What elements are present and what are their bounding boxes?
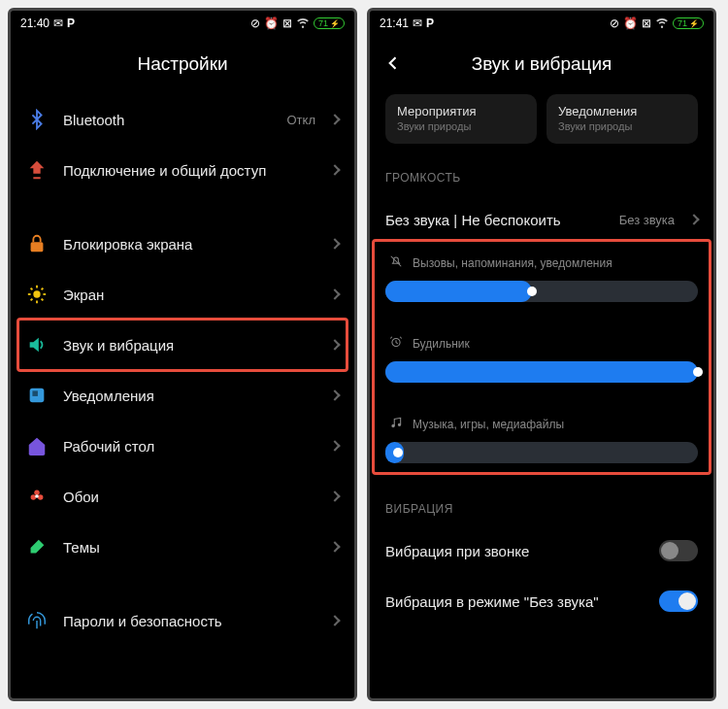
mail-icon: ✉ (53, 17, 63, 30)
svg-point-13 (31, 494, 36, 500)
volume-slider[interactable] (385, 281, 698, 302)
settings-row-speaker[interactable]: Звук и вибрация (11, 320, 354, 370)
volume-slider[interactable] (385, 442, 698, 463)
chevron-right-icon (329, 114, 340, 124)
status-bar: 21:41 ✉ P ⊘ ⏰ ⊠ 71⚡ (370, 11, 713, 36)
page-title: Звук и вибрация (370, 36, 713, 94)
chevron-right-icon (329, 490, 340, 501)
slider-thumb[interactable] (527, 287, 537, 296)
dnd-icon: ⊘ (250, 17, 260, 30)
fingerprint-icon (26, 610, 48, 631)
tile-sub: Звуки природы (558, 120, 686, 132)
flower-icon (26, 486, 48, 507)
sound-tile[interactable]: УведомленияЗвуки природы (546, 94, 698, 144)
tile-title: Мероприятия (397, 104, 525, 118)
alarm-icon: ⏰ (623, 17, 638, 30)
slider-label: Будильник (385, 329, 698, 359)
volume-slider-block: Вызовы, напоминания, уведомления (385, 245, 698, 325)
nosim-icon: ⊠ (282, 17, 292, 30)
row-label: Уведомления (63, 388, 315, 404)
mail-icon: ✉ (413, 17, 422, 30)
wifi-icon (655, 16, 669, 32)
settings-row-notification[interactable]: Уведомления (11, 370, 354, 421)
svg-line-8 (31, 299, 33, 301)
svg-rect-0 (31, 242, 44, 252)
sound-tile[interactable]: МероприятияЗвуки природы (385, 94, 537, 144)
lock-icon (26, 233, 48, 254)
settings-row-home[interactable]: Рабочий стол (11, 421, 354, 471)
svg-line-6 (31, 288, 33, 290)
volume-slider-block: Будильник (385, 325, 698, 406)
status-time: 21:40 (20, 17, 50, 30)
vibrate-on-call-row[interactable]: Вибрация при звонке (370, 525, 713, 576)
settings-row-brush[interactable]: Темы (11, 522, 354, 572)
bluetooth-icon (26, 109, 48, 130)
settings-row-sun[interactable]: Экран (11, 269, 354, 320)
dnd-icon: ⊘ (610, 17, 619, 30)
bell-off-icon (389, 254, 403, 271)
page-title: Настройки (11, 36, 354, 94)
p-icon: P (67, 17, 75, 30)
alarm-icon (389, 335, 403, 352)
row-label: Bluetooth (63, 112, 272, 128)
volume-slider-block: Музыка, игры, медиафайлы (385, 406, 698, 487)
vibrate-on-call-label: Вибрация при звонке (385, 543, 644, 559)
settings-row-lock[interactable]: Блокировка экрана (11, 219, 354, 269)
brush-icon (26, 536, 48, 557)
vibrate-on-silent-label: Вибрация в режиме "Без звука" (385, 593, 644, 610)
phone-sound-settings: 21:41 ✉ P ⊘ ⏰ ⊠ 71⚡ Звук и вибрация Меро… (367, 8, 716, 701)
tile-title: Уведомления (558, 104, 686, 118)
svg-point-1 (33, 290, 40, 297)
p-icon: P (426, 17, 434, 30)
chevron-right-icon (329, 288, 340, 299)
row-label: Подключение и общий доступ (63, 162, 315, 179)
row-label: Обои (63, 489, 315, 505)
svg-rect-11 (32, 390, 38, 396)
share-icon (26, 159, 48, 181)
chevron-right-icon (329, 541, 340, 552)
chevron-right-icon (329, 339, 340, 350)
battery-indicator: 71⚡ (314, 17, 345, 29)
slider-label: Вызовы, напоминания, уведомления (385, 249, 698, 279)
music-icon (389, 416, 403, 432)
settings-row-fingerprint[interactable]: Пароли и безопасность (11, 595, 354, 646)
svg-point-14 (38, 494, 43, 500)
row-label: Экран (63, 287, 315, 303)
svg-point-15 (35, 494, 39, 498)
vibrate-on-silent-toggle[interactable] (659, 591, 698, 612)
back-button[interactable] (383, 53, 403, 73)
speaker-icon (26, 334, 48, 355)
chevron-right-icon (329, 440, 340, 451)
row-label: Пароли и безопасность (63, 613, 315, 629)
svg-point-17 (392, 424, 394, 426)
settings-row-share[interactable]: Подключение и общий доступ (11, 145, 354, 195)
notification-icon (26, 385, 48, 406)
sound-settings-content: МероприятияЗвуки природыУведомленияЗвуки… (370, 94, 713, 698)
chevron-right-icon (329, 164, 340, 175)
status-bar: 21:40 ✉ P ⊘ ⏰ ⊠ 71⚡ (11, 11, 354, 36)
sun-icon (26, 284, 48, 305)
volume-slider[interactable] (385, 361, 698, 383)
svg-line-7 (42, 299, 44, 301)
alarm-icon: ⏰ (264, 17, 279, 30)
row-label: Темы (63, 539, 315, 556)
slider-thumb[interactable] (693, 367, 703, 377)
phone-settings: 21:40 ✉ P ⊘ ⏰ ⊠ 71⚡ Настройки BluetoothО… (8, 8, 357, 701)
vibrate-on-silent-row[interactable]: Вибрация в режиме "Без звука" (370, 576, 713, 626)
settings-row-flower[interactable]: Обои (11, 471, 354, 522)
vibrate-on-call-toggle[interactable] (659, 540, 698, 561)
slider-thumb[interactable] (393, 448, 403, 457)
svg-point-18 (398, 423, 400, 425)
chevron-right-icon (688, 214, 699, 224)
tile-sub: Звуки природы (397, 120, 525, 132)
silent-dnd-row[interactable]: Без звука | Не беспокоить Без звука (370, 194, 713, 245)
row-value: Откл (287, 113, 316, 127)
settings-list: BluetoothОтклПодключение и общий доступ … (11, 94, 354, 698)
nosim-icon: ⊠ (642, 17, 651, 30)
volume-section-title: ГРОМКОСТЬ (370, 163, 713, 194)
row-label: Звук и вибрация (63, 337, 315, 354)
silent-dnd-label: Без звука | Не беспокоить (385, 212, 604, 228)
battery-indicator: 71⚡ (673, 17, 704, 29)
home-icon (26, 435, 48, 456)
settings-row-bluetooth[interactable]: BluetoothОткл (11, 94, 354, 145)
